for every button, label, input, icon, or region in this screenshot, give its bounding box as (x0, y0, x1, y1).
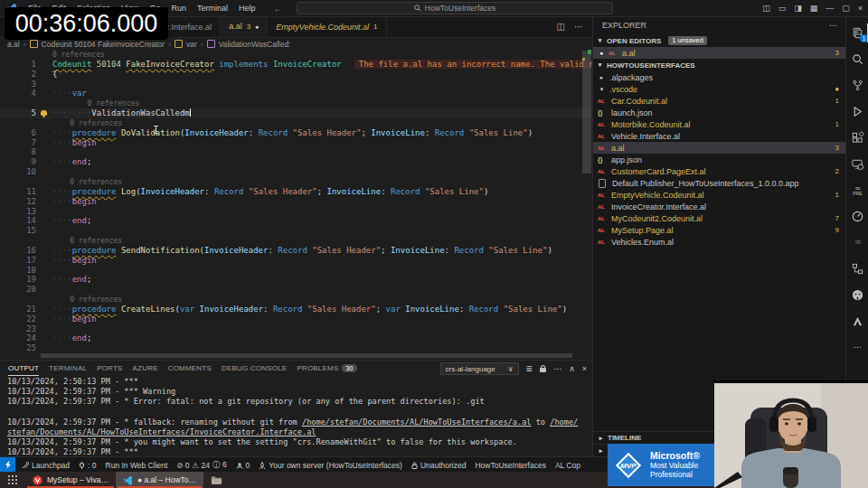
output-path-link[interactable]: /home/stefan/Documents/AL/HowToUseInterf… (302, 418, 532, 427)
more-views-icon[interactable]: ⋯ (846, 334, 868, 361)
panel-tab-debug-console[interactable]: DEBUG CONSOLE (222, 361, 287, 376)
status-broadcast[interactable]: 0 (236, 461, 250, 470)
code-line[interactable]: 19····end; (0, 275, 592, 285)
workspace-section-header[interactable]: ▾ HOWTOUSEINTERFACES (593, 59, 846, 71)
explorer-more-actions-icon[interactable]: ⋯ (829, 21, 837, 30)
explorer-item-emptyvehicle-codeunit-al[interactable]: ALEmptyVehicle.Codeunit.al1 (593, 189, 846, 201)
app-launcher-grid-icon[interactable] (0, 472, 25, 488)
azure-devops-icon[interactable]: ∞ (846, 230, 868, 256)
code-line[interactable]: 25 (0, 343, 592, 353)
status-run-in-web-client[interactable]: Run In Web Client (106, 461, 168, 470)
explorer-item-vehicles-enum-al[interactable]: ALVehicles.Enum.al (593, 236, 846, 248)
code-line[interactable]: 12····begin (0, 197, 592, 207)
breadcrumb-var[interactable]: var (186, 40, 197, 49)
extensions-icon[interactable] (846, 125, 868, 151)
explorer-item-car-codeunit-al[interactable]: ALCar.Codeunit.al1 (593, 95, 846, 107)
code-line[interactable]: 0 references (0, 236, 592, 246)
code-line[interactable]: 15 (0, 226, 592, 236)
customize-layout-icon[interactable]: ▦ (810, 4, 818, 13)
close-button[interactable]: × (858, 4, 863, 13)
output-path-link[interactable]: stefan/Documents/AL/HowToUseInterfaces/I… (7, 427, 316, 436)
breadcrumb-symbol[interactable]: ValidationWasCalled: (219, 40, 291, 49)
panel-tab-output[interactable]: OUTPUT (8, 361, 39, 376)
explorer-item-customercard-pageext-al[interactable]: ALCustomerCard.PageExt.al2 (593, 165, 846, 177)
code-line[interactable]: 14····end; (0, 216, 592, 226)
code-line[interactable]: 11····procedure Log(InvoiceHeader: Recor… (0, 187, 592, 197)
code-line[interactable]: 0 references (0, 118, 592, 128)
toggle-panel-icon[interactable]: ▭ (778, 4, 787, 13)
status-workspace[interactable]: HowToUseInterfaces (475, 461, 545, 470)
panel-tab-comments[interactable]: COMMENTS (168, 361, 212, 376)
command-center-search[interactable]: HowToUseInterfaces (297, 2, 613, 14)
menu-help[interactable]: Help (233, 0, 261, 16)
close-panel-icon[interactable]: × (582, 364, 587, 373)
status-launchpad[interactable]: Launchpad (22, 461, 70, 470)
code-line[interactable]: 2{ (0, 70, 592, 80)
code-line[interactable]: 0 references (0, 50, 592, 60)
panel-tab-azure[interactable]: AZURE (133, 361, 158, 376)
nav-back-icon[interactable]: ← (273, 4, 282, 14)
explorer-icon[interactable]: 1 (846, 20, 868, 46)
status-al-cop[interactable]: AL Cop (555, 461, 580, 470)
github-icon[interactable] (846, 282, 868, 308)
status-auth[interactable]: Unauthorized (411, 461, 467, 470)
clear-output-icon[interactable]: ≣ (526, 364, 533, 373)
code-line[interactable]: 7····begin (0, 138, 592, 148)
codelens-references[interactable]: 0 references (52, 237, 122, 245)
codelens-references[interactable]: 0 references (52, 296, 122, 304)
status-debug-count[interactable]: : 0 (79, 461, 96, 470)
symbols-icon[interactable] (846, 256, 868, 282)
explorer-item-mycodeunit2-codeunit-al[interactable]: ALMyCodeunit2.Codeunit.al7 (593, 212, 846, 224)
tab-a-al[interactable]: a.al3● (221, 16, 268, 37)
code-line[interactable]: 0 references (0, 295, 592, 305)
open-editors-header[interactable]: ▾ OPEN EDITORS 1 unsaved (593, 34, 846, 47)
explorer-item-app-json[interactable]: {}app.json (593, 154, 846, 165)
explorer-item-invoicecreator-interface-al[interactable]: ALInvoiceCreator.Interface.al (593, 201, 846, 212)
explorer-item-vehicle-interface-al[interactable]: ALVehicle.Interface.al (593, 130, 846, 142)
output-log[interactable]: 10/13/2024, 2:50:13 PM - ***10/13/2024, … (0, 377, 592, 457)
scrollbar-thumb[interactable] (582, 51, 591, 174)
code-line[interactable]: 10 (0, 167, 592, 177)
codelens-references[interactable]: 0 references (52, 51, 105, 59)
split-editor-icon[interactable]: ◫ (557, 22, 565, 32)
explorer-item-mysetup-page-al[interactable]: ALMySetup.Page.al9 (593, 224, 846, 236)
code-line[interactable]: 22····begin (0, 314, 592, 324)
problems-summary[interactable]: ⊘ 0⚠ 24ⓘ 6 (176, 460, 226, 471)
code-line[interactable]: 0 references (0, 177, 592, 187)
output-path-link[interactable]: /home/ (550, 418, 578, 427)
explorer-item-motorbike-codeunit-al[interactable]: ALMotorbike.Codeunit.al1 (593, 118, 846, 130)
azure-pipelines-pre-icon[interactable]: ∞PRE (846, 177, 868, 203)
code-line[interactable]: 18 (0, 266, 592, 276)
toggle-primary-sidebar-icon[interactable]: ◫ (762, 4, 770, 13)
codelens-references[interactable]: 0 references (52, 99, 139, 108)
editor[interactable]: 0 references1Codeunit 50104 FakeInvoiceC… (0, 50, 592, 360)
lightbulb-icon[interactable] (41, 110, 47, 116)
remote-explorer-icon[interactable] (846, 151, 868, 177)
code-line[interactable]: 20 (0, 285, 592, 295)
maximize-panel-icon[interactable]: ∧ (569, 364, 575, 373)
codelens-references[interactable]: 0 references (52, 119, 122, 127)
code-line[interactable]: 8 (0, 147, 592, 157)
lock-scroll-icon[interactable] (540, 368, 546, 372)
explorer-item-default-publisher-howtouseinterfaces-1-0-0-0-app[interactable]: Default Publisher_HowToUseInterfaces_1.0… (593, 177, 846, 189)
code-line[interactable]: 1Codeunit 50104 FakeInvoiceCreator imple… (0, 60, 592, 70)
tab-emptyvehicle-codeunit-al[interactable]: EmptyVehicle.Codeunit.al1 (268, 16, 386, 37)
code-line[interactable]: 9····end; (0, 157, 592, 167)
toggle-secondary-sidebar-icon[interactable]: ◨ (794, 4, 802, 13)
code-line[interactable]: 23 (0, 324, 592, 334)
code-line[interactable]: 16····procedure SendNotification(Invoice… (0, 246, 592, 256)
panel-tab-terminal[interactable]: TERMINAL (49, 361, 87, 376)
code-line[interactable]: 24····end; (0, 333, 592, 343)
search-icon[interactable] (846, 46, 868, 72)
codelens-references[interactable]: 0 references (52, 178, 122, 186)
taskbar-vscode[interactable]: ● a.al – HowTo… (116, 472, 203, 488)
panel-tab-problems[interactable]: PROBLEMS30 (297, 361, 356, 376)
explorer-item-a-al[interactable]: ALa.al3 (593, 142, 846, 154)
minimize-button[interactable]: — (826, 4, 834, 13)
code-line[interactable]: 21····procedure CreateLines(var InvoiceH… (0, 305, 592, 314)
menu-terminal[interactable]: Terminal (192, 0, 233, 16)
code-line[interactable]: 13 (0, 207, 592, 217)
horizontal-scrollbar[interactable] (41, 353, 572, 358)
taskbar-vivaldi[interactable]: MySetup – Viva… (25, 472, 116, 488)
explorer-item--vscode[interactable]: ▾.vscode● (593, 83, 846, 95)
